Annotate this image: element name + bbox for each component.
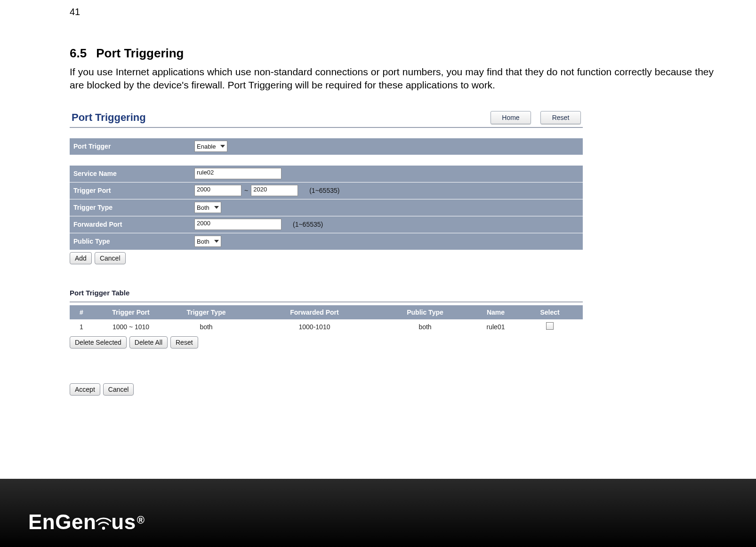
cell-forwarded-port: 1000-1010: [244, 323, 385, 331]
select-trigger-type[interactable]: Both: [194, 202, 221, 213]
section-heading: 6.5Port Triggering: [70, 46, 714, 61]
form-button-row: Add Cancel: [70, 252, 583, 264]
row-trigger-type: Trigger Type Both: [70, 199, 583, 216]
delete-selected-button[interactable]: Delete Selected: [70, 336, 127, 349]
label-port-trigger: Port Trigger: [70, 143, 194, 150]
bottom-cancel-button[interactable]: Cancel: [103, 383, 134, 396]
section-title-text: Port Triggering: [96, 46, 184, 60]
cell-trigger-type: both: [169, 323, 244, 331]
input-service-name[interactable]: rule02: [194, 168, 281, 179]
home-button[interactable]: Home: [491, 111, 531, 124]
panel-title: Port Triggering: [72, 111, 146, 124]
top-button-group: Home Reset: [491, 111, 581, 124]
add-button[interactable]: Add: [70, 252, 92, 264]
chevron-down-icon: [220, 145, 225, 148]
cell-public-type: both: [385, 323, 465, 331]
logo-text-1: EnGen: [28, 510, 96, 534]
select-public-type[interactable]: Both: [194, 236, 221, 247]
label-public-type: Public Type: [70, 238, 194, 245]
row-select-checkbox[interactable]: [546, 322, 554, 330]
page-number: 41: [70, 7, 80, 17]
th-trigger-port: Trigger Port: [93, 309, 169, 316]
label-trigger-port: Trigger Port: [70, 187, 194, 194]
chevron-down-icon: [214, 240, 219, 243]
cancel-button[interactable]: Cancel: [95, 252, 126, 264]
section-number: 6.5: [70, 46, 87, 61]
label-service-name: Service Name: [70, 170, 194, 177]
th-trigger-type: Trigger Type: [169, 309, 244, 316]
panel-header: Port Triggering Home Reset: [70, 109, 583, 127]
chevron-down-icon: [214, 206, 219, 209]
hint-forwarded-port: (1~65535): [293, 221, 323, 228]
table-row: 1 1000 ~ 1010 both 1000-1010 both rule01: [70, 319, 583, 334]
separator-tilde: ~: [244, 187, 248, 194]
input-trigger-port-from[interactable]: 2000: [194, 185, 241, 196]
logo-text-2: us: [111, 510, 136, 534]
row-forwarded-port: Forwarded Port 2000 (1~65535): [70, 216, 583, 233]
delete-all-button[interactable]: Delete All: [129, 336, 168, 349]
table-header: # Trigger Port Trigger Type Forwarded Po…: [70, 305, 583, 319]
reset-button[interactable]: Reset: [540, 111, 581, 124]
row-public-type: Public Type Both: [70, 233, 583, 250]
table-button-row: Delete Selected Delete All Reset: [70, 336, 583, 349]
th-index: #: [70, 309, 93, 316]
accept-button[interactable]: Accept: [70, 383, 100, 396]
th-public-type: Public Type: [385, 309, 465, 316]
table-divider: [70, 301, 583, 302]
label-trigger-type: Trigger Type: [70, 204, 194, 211]
panel-divider: [70, 127, 583, 128]
th-forwarded-port: Forwarded Port: [244, 309, 385, 316]
cell-index: 1: [70, 323, 93, 331]
cell-name: rule01: [465, 323, 526, 331]
label-forwarded-port: Forwarded Port: [70, 221, 194, 228]
row-service-name: Service Name rule02: [70, 166, 583, 182]
cell-select: [526, 322, 573, 331]
input-forwarded-port[interactable]: 2000: [194, 219, 281, 230]
wifi-icon: [95, 514, 112, 531]
th-name: Name: [465, 309, 526, 316]
select-port-trigger[interactable]: Enable: [194, 141, 227, 152]
registered-icon: ®: [137, 514, 145, 526]
row-port-trigger: Port Trigger Enable: [70, 138, 583, 155]
bottom-button-row: Accept Cancel: [70, 383, 583, 396]
input-trigger-port-to[interactable]: 2020: [251, 185, 298, 196]
content-area: 6.5Port Triggering If you use Internet a…: [70, 46, 714, 396]
svg-point-0: [102, 527, 105, 530]
section-body: If you use Internet applications which u…: [70, 65, 714, 92]
hint-trigger-port: (1~65535): [309, 187, 339, 194]
select-port-trigger-value: Enable: [197, 143, 216, 150]
cell-trigger-port: 1000 ~ 1010: [93, 323, 169, 331]
table-title: Port Trigger Table: [70, 289, 583, 297]
th-select: Select: [526, 309, 573, 316]
select-public-type-value: Both: [197, 238, 209, 245]
row-trigger-port: Trigger Port 2000 ~ 2020 (1~65535): [70, 182, 583, 199]
select-trigger-type-value: Both: [197, 204, 209, 211]
engenius-logo: EnGen us ®: [28, 510, 144, 534]
table-reset-button[interactable]: Reset: [170, 336, 198, 349]
footer-bar: EnGen us ®: [0, 479, 756, 547]
port-triggering-panel: Port Triggering Home Reset Port Trigger …: [70, 109, 583, 396]
